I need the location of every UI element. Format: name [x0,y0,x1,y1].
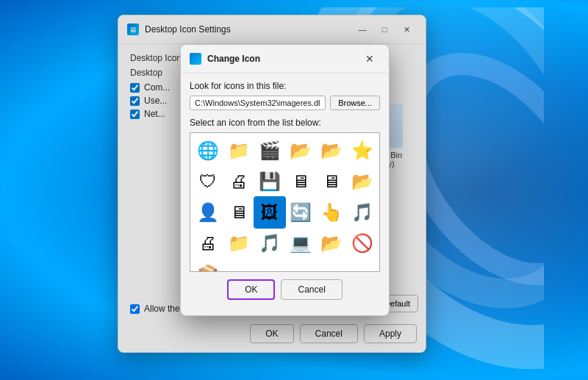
icon-cell-6[interactable]: 🛡 [193,167,223,196]
icon-cell-11[interactable]: 📂 [348,167,377,196]
icon-grid-container[interactable]: 🌐📁🎬📂📂⭐🛡🖨💾🖥🖥📂👤🖥🖼🔄👆🎵🖨📁🎵💻📂🚫📦 [190,132,380,272]
icon-cell-4[interactable]: 📂 [317,136,346,165]
icon-cell-3[interactable]: 📂 [286,136,315,165]
change-icon-window-icon [190,53,201,65]
icon-cell-10[interactable]: 🖥 [317,167,346,196]
icon-cell-8[interactable]: 💾 [255,167,284,196]
change-icon-buttons: OK Cancel [190,279,380,300]
icon-cell-16[interactable]: 👆 [317,198,346,227]
icon-cell-17[interactable]: 🎵 [348,198,377,227]
icon-cell-23[interactable]: 🚫 [348,229,377,258]
icon-cell-2[interactable]: 🎬 [255,136,284,165]
file-input-row: Browse... [190,96,380,110]
icon-cell-18[interactable]: 🖨 [193,229,223,258]
select-icon-label: Select an icon from the list below: [190,118,380,128]
change-icon-ok-button[interactable]: OK [227,279,275,300]
icon-cell-12[interactable]: 👤 [193,198,223,227]
change-icon-title: Change Icon [207,54,359,64]
browse-button[interactable]: Browse... [330,96,380,110]
file-path-input[interactable] [190,96,326,110]
change-icon-close-button[interactable]: ✕ [359,51,380,67]
icon-cell-1[interactable]: 📁 [224,136,254,165]
icon-cell-20[interactable]: 🎵 [255,229,284,258]
change-icon-cancel-button[interactable]: Cancel [281,279,342,300]
change-icon-dialog: Change Icon ✕ Look for icons in this fil… [180,44,390,316]
icon-cell-19[interactable]: 📁 [224,229,254,258]
icon-cell-0[interactable]: 🌐 [193,136,223,165]
icon-cell-9[interactable]: 🖥 [286,167,315,196]
icon-cell-15[interactable]: 🔄 [286,198,315,227]
icon-cell-14[interactable]: 🖼 [255,198,284,227]
icon-cell-13[interactable]: 🖥 [224,198,254,227]
icon-cell-21[interactable]: 💻 [286,229,315,258]
icon-cell-5[interactable]: ⭐ [348,136,377,165]
icon-cell-24[interactable]: 📦 [193,259,223,272]
icon-cell-7[interactable]: 🖨 [224,167,254,196]
icon-cell-22[interactable]: 📂 [317,229,346,258]
change-icon-body: Look for icons in this file: Browse... S… [181,74,389,307]
change-icon-titlebar: Change Icon ✕ [181,45,389,74]
look-for-label: Look for icons in this file: [190,81,380,91]
icon-grid: 🌐📁🎬📂📂⭐🛡🖨💾🖥🖥📂👤🖥🖼🔄👆🎵🖨📁🎵💻📂🚫📦 [190,133,379,272]
